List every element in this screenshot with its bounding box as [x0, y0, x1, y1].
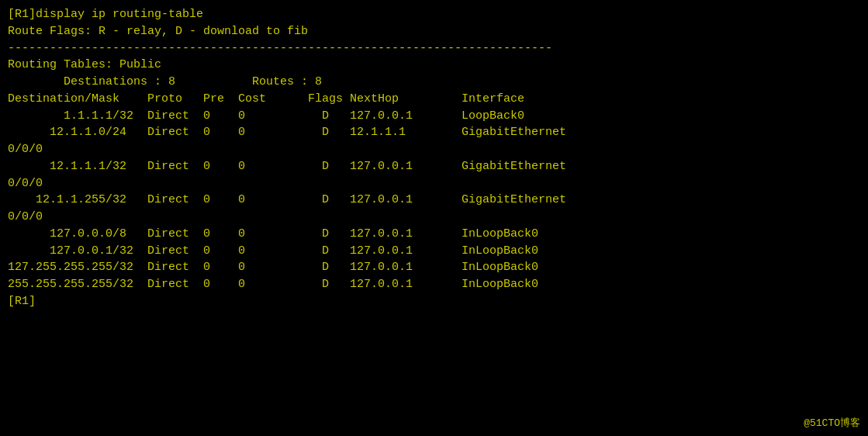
terminal-line: 0/0/0 — [8, 141, 860, 158]
terminal-line: Route Flags: R - relay, D - download to … — [8, 23, 860, 40]
terminal-line: Destination/Mask Proto Pre Cost Flags Ne… — [8, 91, 860, 108]
terminal-line: 255.255.255.255/32 Direct 0 0 D 127.0.0.… — [8, 276, 860, 293]
watermark: @51CTO博客 — [804, 416, 860, 430]
terminal-line: 127.0.0.0/8 Direct 0 0 D 127.0.0.1 InLoo… — [8, 226, 860, 243]
terminal-line: 1.1.1.1/32 Direct 0 0 D 127.0.0.1 LoopBa… — [8, 108, 860, 125]
terminal-line: Routing Tables: Public — [8, 57, 860, 74]
terminal-line: Destinations : 8 Routes : 8 — [8, 74, 860, 91]
terminal-line: 12.1.1.255/32 Direct 0 0 D 127.0.0.1 Gig… — [8, 192, 860, 209]
terminal-line: ----------------------------------------… — [8, 40, 860, 57]
terminal-line: [R1]display ip routing-table — [8, 6, 860, 23]
terminal-line: [R1] — [8, 293, 860, 310]
terminal-line: 12.1.1.1/32 Direct 0 0 D 127.0.0.1 Gigab… — [8, 158, 860, 175]
terminal-window: [R1]display ip routing-tableRoute Flags:… — [0, 0, 868, 436]
terminal-line: 0/0/0 — [8, 175, 860, 192]
terminal-line: 127.255.255.255/32 Direct 0 0 D 127.0.0.… — [8, 259, 860, 276]
terminal-line: 12.1.1.0/24 Direct 0 0 D 12.1.1.1 Gigabi… — [8, 124, 860, 141]
terminal-line: 127.0.0.1/32 Direct 0 0 D 127.0.0.1 InLo… — [8, 243, 860, 260]
terminal-line: 0/0/0 — [8, 209, 860, 226]
terminal-output: [R1]display ip routing-tableRoute Flags:… — [8, 6, 860, 310]
